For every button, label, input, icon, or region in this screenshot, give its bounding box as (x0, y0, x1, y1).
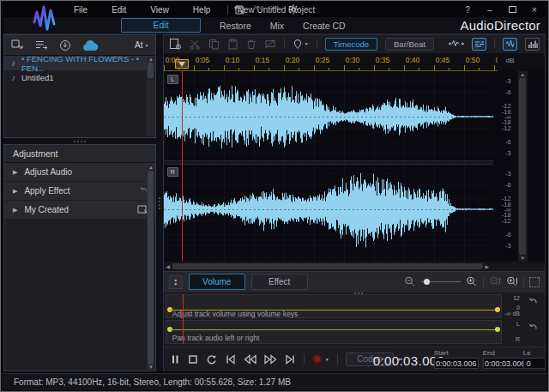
menu-file[interactable]: File (62, 3, 100, 16)
timecode-button[interactable]: Timecode (325, 38, 377, 51)
zoom-slider[interactable] (421, 281, 461, 282)
tab-restore[interactable]: Restore (220, 21, 251, 31)
edit-settings-icon[interactable] (169, 38, 182, 50)
ruler-tick (164, 65, 165, 70)
menu-view[interactable]: View (138, 3, 181, 16)
waveform-display[interactable]: L R -3-6-12-18-∞-18-12-6-3-3-6-12-18-∞-1… (164, 71, 545, 262)
end-time-value[interactable]: 0:00:03.006 (483, 358, 528, 369)
menu-help[interactable]: Help (181, 3, 223, 16)
undo-icon[interactable] (252, 5, 262, 14)
section-apply-effect[interactable]: ▶ Apply Effect (4, 182, 155, 200)
adjustment-scrollbar[interactable]: ▲▼ (147, 165, 154, 370)
volume-keyframe-lane[interactable]: Adjust track volume using volume keys (166, 294, 502, 318)
section-my-created[interactable]: ▶ My Created (4, 201, 155, 219)
tab-create-cd[interactable]: Create CD (303, 21, 346, 31)
scroll-right-icon[interactable]: ▶ (483, 263, 492, 269)
toolbar-separator (227, 5, 228, 15)
waveform-canvas[interactable] (164, 71, 493, 262)
copy-icon[interactable] (208, 39, 220, 50)
pan-key-end[interactable] (495, 327, 500, 332)
pan-reset-icon[interactable] (524, 320, 541, 344)
volume-scale: 12 0 -∞ dB (502, 294, 524, 318)
minimize-button[interactable]: – (484, 5, 496, 15)
skip-start-icon[interactable] (225, 354, 236, 365)
record-icon[interactable] (312, 354, 322, 364)
tab-volume[interactable]: Volume (189, 274, 245, 290)
zoom-in-icon[interactable] (466, 276, 478, 287)
volume-reset-icon[interactable] (524, 294, 541, 318)
close-button[interactable]: × (528, 5, 540, 15)
ruler-label: 0:55 (496, 56, 498, 64)
pan-line[interactable] (170, 329, 498, 330)
marker-pin-icon[interactable]: ▼ (293, 39, 309, 50)
trim-icon[interactable] (264, 39, 276, 49)
tab-mix[interactable]: Mix (270, 21, 284, 31)
cloud-icon[interactable] (82, 39, 99, 51)
vertical-zoom-in-icon[interactable] (506, 276, 518, 287)
ruler-minor-tick (299, 68, 299, 70)
length-value[interactable]: 0 (523, 358, 545, 369)
gear-icon[interactable] (288, 4, 299, 15)
horizontal-splitter[interactable] (3, 138, 156, 144)
section-adjust-audio[interactable]: ▶ Adjust Audio (4, 163, 155, 181)
pan-keyframe-lane[interactable]: Pan track audio left or right (166, 320, 502, 344)
ruler-minor-tick (268, 68, 269, 70)
envelope-panel-icon[interactable] (472, 38, 486, 51)
save-icon[interactable] (235, 5, 244, 15)
scroll-left-icon[interactable]: ◀ (164, 263, 172, 269)
playhead-line-keys (183, 294, 184, 344)
tab-effect[interactable]: Effect (251, 274, 308, 290)
wave-navigate-icon[interactable] (449, 39, 464, 49)
ruler-label: 0:10 (226, 56, 240, 64)
vertical-splitter[interactable] (156, 34, 162, 371)
collapse-panel-icon[interactable]: ▼▼ (169, 275, 183, 289)
fit-view-icon[interactable] (529, 277, 540, 287)
timeline-ruler[interactable]: 0:000:050:100:150:200:250:300:350:400:45… (164, 54, 498, 72)
paste-icon[interactable] (227, 39, 238, 50)
zoom-out-icon[interactable] (404, 276, 416, 287)
channel-right-badge: R (167, 167, 178, 177)
ruler-tick (434, 65, 435, 70)
forward-icon[interactable] (264, 354, 277, 365)
skip-end-icon[interactable] (285, 354, 296, 365)
vertical-zoom-out-icon[interactable] (489, 276, 501, 287)
stop-icon[interactable] (188, 354, 198, 365)
ruler-minor-tick (419, 68, 419, 70)
trash-icon[interactable] (246, 39, 256, 50)
import-media-icon[interactable] (11, 39, 24, 51)
scissors-icon[interactable] (190, 39, 201, 50)
start-time-value[interactable]: 0:00:03.006 (434, 358, 479, 369)
loop-icon[interactable] (206, 354, 217, 365)
waveform-horizontal-scrollbar[interactable]: ◀ ▶ (164, 262, 545, 271)
playhead-line[interactable] (182, 71, 183, 262)
help-button[interactable]: ? (462, 5, 474, 15)
zoom-slider-knob[interactable] (424, 279, 430, 285)
file-item-selected[interactable]: ♪ • FENCING WITH FLOWERS - • FEN... (4, 56, 155, 70)
redo-icon[interactable] (270, 5, 281, 14)
rewind-icon[interactable] (244, 354, 256, 365)
download-web-icon[interactable] (59, 39, 71, 51)
volume-key-end[interactable] (495, 307, 500, 312)
import-playlist-icon[interactable] (35, 39, 48, 51)
pause-icon[interactable] (170, 354, 180, 365)
db-tick-label: -12 (502, 217, 511, 225)
file-item[interactable]: ♪ Untitled1 (4, 70, 155, 85)
ruler-minor-tick (389, 68, 389, 70)
ruler-label: 0:25 (316, 56, 330, 64)
spectrum-view-icon[interactable] (525, 38, 540, 51)
waveform-vertical-scrollbar[interactable]: ▲▼ (517, 71, 528, 262)
ruler-minor-tick (329, 68, 329, 70)
db-tick-label: -3 (505, 77, 511, 85)
tab-edit[interactable]: Edit (121, 18, 201, 33)
menu-edit[interactable]: Edit (100, 3, 138, 16)
ruler-minor-tick (479, 68, 480, 70)
bar-beat-button[interactable]: Bar/Beat (385, 38, 434, 51)
scrollbar-thumb[interactable] (172, 263, 483, 269)
file-list-scrollbar[interactable]: ▲ (147, 57, 154, 136)
maximize-button[interactable] (506, 5, 518, 15)
ruler-label: 0:50 (466, 56, 480, 64)
waveform-view-icon[interactable] (503, 38, 517, 51)
record-options-icon[interactable]: ▼ (325, 357, 329, 362)
media-file-list: ♪ • FENCING WITH FLOWERS - • FEN... ♪ Un… (4, 55, 155, 137)
text-size-button[interactable]: At▼ (135, 40, 148, 50)
